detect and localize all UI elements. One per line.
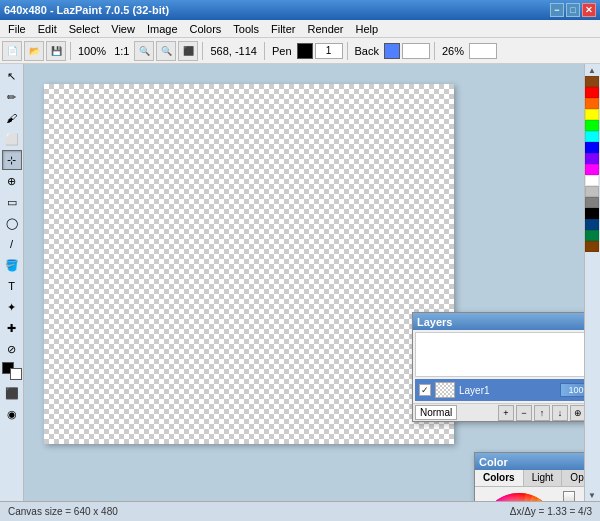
canvas-size-text: Canvas size = 640 x 480 [8,506,118,517]
layers-panel: Layers × ✓ Layer1 100% Normal + − ↑ ↓ ⊕ [412,312,584,422]
palette-scroll-down[interactable]: ▼ [585,489,599,501]
canvas-bg[interactable] [44,84,454,444]
tool-extra1[interactable]: ⬛ [2,383,22,403]
menu-item-tools[interactable]: Tools [227,21,265,37]
tool-zoom[interactable]: ⊘ [2,339,22,359]
palette-color-1[interactable] [585,87,599,98]
palette-color-9[interactable] [585,175,599,186]
palette-color-14[interactable] [585,230,599,241]
layers-title: Layers × [413,313,584,330]
color-tab-colors[interactable]: Colors [475,470,524,486]
tool-color-pair[interactable] [2,362,22,380]
tool-eyedropper[interactable]: ✚ [2,318,22,338]
save-btn[interactable]: 💾 [46,41,66,61]
palette-color-8[interactable] [585,164,599,175]
tool-ellipse[interactable]: ◯ [2,213,22,233]
opacity-input[interactable]: 255 [469,43,497,59]
palette-color-3[interactable] [585,109,599,120]
toolbar-sep3 [264,42,265,60]
layer-add-btn[interactable]: + [498,405,514,421]
open-btn[interactable]: 📂 [24,41,44,61]
menu-item-file[interactable]: File [2,21,32,37]
color-tab-light[interactable]: Light [524,470,563,486]
canvas-container [44,84,454,444]
layers-mode-bar: Normal + − ↑ ↓ ⊕ ⚙ [413,403,584,421]
new-btn[interactable]: 📄 [2,41,22,61]
menu-item-view[interactable]: View [105,21,141,37]
lightness-slider[interactable] [563,491,575,501]
tool-brush[interactable]: 🖌 [2,108,22,128]
color-wheel-svg [479,491,559,501]
toolbar: 📄 📂 💾 100% 1:1 🔍 🔍 ⬛ 568, -114 Pen Back … [0,38,600,64]
zoom-ratio: 1:1 [111,45,132,57]
bg-color[interactable] [10,368,22,380]
zoom-out-btn[interactable]: 🔍 [156,41,176,61]
layer-down-btn[interactable]: ↓ [552,405,568,421]
tool-fill[interactable]: 🪣 [2,255,22,275]
title-bar-buttons: − □ ✕ [550,3,596,17]
palette-color-12[interactable] [585,208,599,219]
view-btn[interactable]: ⬛ [178,41,198,61]
tool-extra2[interactable]: ◉ [2,404,22,424]
minimize-button[interactable]: − [550,3,564,17]
palette-color-5[interactable] [585,131,599,142]
layer-del-btn[interactable]: − [516,405,532,421]
palette-color-0[interactable] [585,76,599,87]
back-color-box[interactable] [384,43,400,59]
color-tab-opacity[interactable]: Opacity [562,470,584,486]
tool-lasso[interactable]: ⊕ [2,171,22,191]
coords-label: 568, -114 [207,45,259,57]
pen-size-input[interactable] [315,43,343,59]
layer-name: Layer1 [459,385,556,396]
menu-item-edit[interactable]: Edit [32,21,63,37]
layer-mode-indicator[interactable]: Normal [415,405,457,420]
toolbar-sep4 [347,42,348,60]
menu-item-render[interactable]: Render [301,21,349,37]
tool-line[interactable]: / [2,234,22,254]
pen-color-box[interactable] [297,43,313,59]
opacity-label: 26% [439,45,467,57]
toolbar-sep1 [70,42,71,60]
layer-thumb [435,382,455,398]
menu-item-select[interactable]: Select [63,21,106,37]
layer-merge-btn[interactable]: ⊕ [570,405,584,421]
maximize-button[interactable]: □ [566,3,580,17]
svg-point-4 [481,493,557,501]
layer-visibility-check[interactable]: ✓ [419,384,431,396]
color-panel: Color × Colors Light Opacity [474,452,584,501]
palette-color-10[interactable] [585,186,599,197]
palette-color-7[interactable] [585,153,599,164]
tool-shape[interactable]: ✦ [2,297,22,317]
tool-eraser[interactable]: ⬜ [2,129,22,149]
palette-color-15[interactable] [585,241,599,252]
layer-row[interactable]: ✓ Layer1 100% [415,379,584,401]
tool-select[interactable]: ⊹ [2,150,22,170]
menu-item-help[interactable]: Help [350,21,385,37]
close-button[interactable]: ✕ [582,3,596,17]
zoom-in-btn[interactable]: 🔍 [134,41,154,61]
tool-text[interactable]: T [2,276,22,296]
menu-bar: FileEditSelectViewImageColorsToolsFilter… [0,20,600,38]
tool-pointer[interactable]: ↖ [2,66,22,86]
palette-colors [585,76,600,489]
menu-item-colors[interactable]: Colors [184,21,228,37]
layer-opacity-bar[interactable]: 100% [560,383,584,397]
menu-item-filter[interactable]: Filter [265,21,301,37]
delta-text: Δx/Δy = 1.33 = 4/3 [510,506,592,517]
color-tabs: Colors Light Opacity [475,470,584,487]
palette-scroll-up[interactable]: ▲ [585,64,599,76]
palette-color-4[interactable] [585,120,599,131]
palette-color-6[interactable] [585,142,599,153]
palette-color-13[interactable] [585,219,599,230]
tool-pencil[interactable]: ✏ [2,87,22,107]
layer-up-btn[interactable]: ↑ [534,405,550,421]
palette-color-2[interactable] [585,98,599,109]
tool-rect[interactable]: ▭ [2,192,22,212]
zoom-label: 100% [75,45,109,57]
back-value-input[interactable]: 192 [402,43,430,59]
palette-color-11[interactable] [585,197,599,208]
menu-item-image[interactable]: Image [141,21,184,37]
canvas-area[interactable]: Layers × ✓ Layer1 100% Normal + − ↑ ↓ ⊕ [24,64,584,501]
color-wheel-container[interactable] [479,491,559,501]
toolbar-sep5 [434,42,435,60]
